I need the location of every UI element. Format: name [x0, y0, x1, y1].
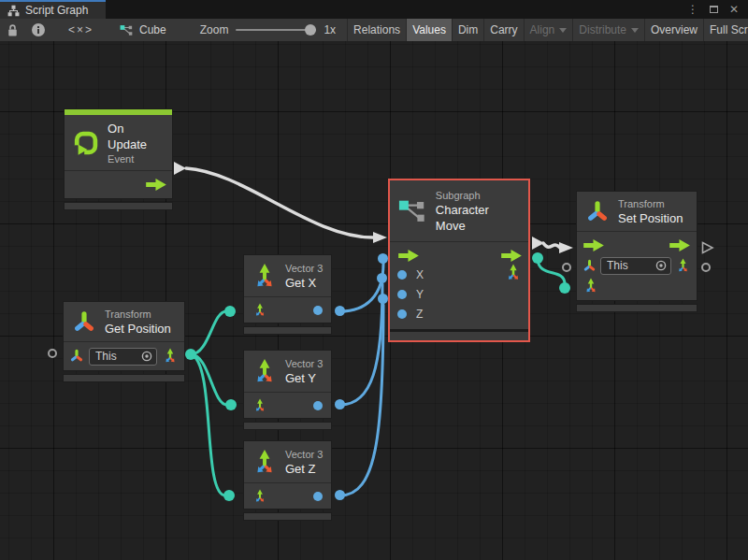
- maximize-button[interactable]: [705, 2, 722, 17]
- charactermove-flow-in-arrowhead[interactable]: [373, 232, 387, 243]
- target-input[interactable]: [95, 350, 141, 363]
- value-output-port[interactable]: [313, 401, 323, 410]
- graph-hierarchy-icon: [7, 5, 20, 17]
- node-subtitle: Transform: [105, 308, 171, 321]
- lock-button[interactable]: [0, 19, 25, 41]
- getposition-value-out-port[interactable]: [185, 349, 196, 360]
- node-title: Get X: [285, 275, 323, 291]
- wire-charactermove-out-to-setposition-value[interactable]: [538, 259, 565, 284]
- node-get-y[interactable]: Vector 3 Get Y: [243, 350, 332, 430]
- setposition-value-out-port[interactable]: [701, 263, 711, 272]
- toolbar-button-dim[interactable]: Dim: [452, 19, 483, 41]
- zoom-slider[interactable]: [236, 29, 316, 31]
- wire-charactermove-to-setposition[interactable]: [543, 243, 560, 248]
- onupdate-flow-out-connector[interactable]: [174, 162, 186, 175]
- object-picker-icon[interactable]: [141, 351, 152, 362]
- target-field[interactable]: [600, 257, 671, 275]
- node-footer: [243, 422, 332, 430]
- info-button[interactable]: [25, 19, 51, 41]
- setposition-value-in-port[interactable]: [559, 282, 570, 294]
- code-view-button[interactable]: <×>: [51, 19, 110, 41]
- node-footer: [390, 332, 528, 340]
- node-set-position[interactable]: Transform Set Position: [576, 191, 698, 312]
- toolbar-button-values[interactable]: Values: [406, 19, 452, 41]
- subgraph-icon: [398, 198, 427, 224]
- close-button[interactable]: ✕: [726, 2, 742, 17]
- breadcrumb[interactable]: Cube: [110, 19, 176, 41]
- object-picker-icon[interactable]: [655, 260, 667, 271]
- script-graph-window: Script Graph ⋮ ✕ <×> Cube Zoom 1x Relati…: [0, 0, 748, 560]
- node-footer: [63, 374, 185, 382]
- code-icon: <×>: [68, 23, 94, 36]
- flow-output-port[interactable]: [145, 179, 167, 191]
- tab-script-graph[interactable]: Script Graph: [0, 0, 106, 19]
- toolbar-button-carry[interactable]: Carry: [483, 19, 523, 41]
- transform-icon: [69, 349, 84, 364]
- charactermove-y-wire-end[interactable]: [377, 273, 387, 283]
- target-field[interactable]: [89, 348, 157, 366]
- vector3-icon: [252, 489, 267, 504]
- subgraph-icon: [120, 24, 134, 36]
- toolbar-button-fullscreen[interactable]: Full Screen: [703, 19, 748, 41]
- setposition-flow-out-port[interactable]: [701, 241, 714, 254]
- input-port-y[interactable]: [397, 290, 407, 299]
- transform-icon: [72, 310, 96, 335]
- toolbar-button-distribute: Distribute: [572, 19, 644, 41]
- charactermove-flow-out-connector[interactable]: [532, 237, 544, 250]
- value-output-port[interactable]: [313, 492, 323, 501]
- zoom-slider-handle[interactable]: [305, 24, 316, 36]
- window-controls: ⋮ ✕: [684, 0, 748, 19]
- menu-kebab-icon[interactable]: ⋮: [684, 2, 701, 17]
- value-output-port[interactable]: [313, 306, 323, 315]
- wire-getposition-to-gety[interactable]: [191, 354, 227, 405]
- charactermove-x-wire-end[interactable]: [378, 253, 388, 264]
- node-title: On Update: [108, 121, 163, 152]
- node-get-position[interactable]: Transform Get Position: [63, 301, 185, 382]
- getx-value-out-connector[interactable]: [335, 306, 345, 316]
- wire-onupdate-to-charactermove[interactable]: [186, 168, 373, 237]
- getz-value-in-port[interactable]: [223, 490, 235, 501]
- getz-value-out-connector[interactable]: [335, 490, 345, 500]
- node-footer: [576, 304, 698, 312]
- wire-gety-to-charactermove-y[interactable]: [340, 284, 382, 405]
- node-get-z[interactable]: Vector 3 Get Z: [243, 440, 332, 521]
- wire-getposition-to-getx[interactable]: [191, 311, 226, 354]
- node-get-x[interactable]: Vector 3 Get X: [243, 254, 332, 335]
- port-label: Z: [416, 308, 423, 321]
- gety-value-in-port[interactable]: [225, 399, 237, 410]
- setposition-target-in-port[interactable]: [562, 263, 571, 272]
- toolbar-button-overview[interactable]: Overview: [644, 19, 703, 41]
- transform-icon: [583, 259, 597, 273]
- gety-value-out-connector[interactable]: [335, 399, 345, 409]
- zoom-label: Zoom: [200, 23, 229, 36]
- node-subtitle: Vector 3: [285, 262, 323, 275]
- flow-output-port[interactable]: [500, 250, 523, 262]
- breadcrumb-label: Cube: [139, 23, 166, 36]
- setposition-flow-in-arrowhead[interactable]: [559, 242, 573, 253]
- getposition-target-in-port[interactable]: [48, 349, 57, 358]
- wire-getx-to-charactermove-x[interactable]: [340, 264, 383, 311]
- node-character-move[interactable]: Subgraph Character Move X: [388, 179, 530, 342]
- vector3-input-icon: [583, 278, 599, 294]
- toolbar-button-relations[interactable]: Relations: [347, 19, 406, 41]
- flow-input-port[interactable]: [397, 250, 420, 262]
- vector3-icon: [251, 263, 279, 291]
- input-port-z[interactable]: [397, 309, 407, 319]
- node-footer: [243, 326, 332, 335]
- graph-toolbar: <×> Cube Zoom 1x Relations Values Dim Ca…: [0, 19, 748, 41]
- graph-canvas[interactable]: On Update Event Transform Get Position: [0, 41, 748, 560]
- charactermove-z-wire-end[interactable]: [378, 294, 388, 304]
- tab-label: Script Graph: [25, 4, 88, 17]
- charactermove-value-out-port[interactable]: [532, 252, 543, 264]
- zoom-value: 1x: [324, 23, 336, 36]
- getx-value-in-port[interactable]: [224, 306, 236, 317]
- flow-output-port[interactable]: [669, 239, 691, 251]
- node-footer: [243, 512, 332, 521]
- caret-down-icon: [559, 28, 567, 33]
- flow-input-port[interactable]: [583, 239, 605, 251]
- wire-getz-to-charactermove-z[interactable]: [340, 305, 383, 495]
- target-input[interactable]: [607, 259, 655, 272]
- input-port-x[interactable]: [397, 270, 407, 280]
- node-on-update[interactable]: On Update Event: [64, 108, 173, 210]
- lock-icon: [7, 23, 19, 37]
